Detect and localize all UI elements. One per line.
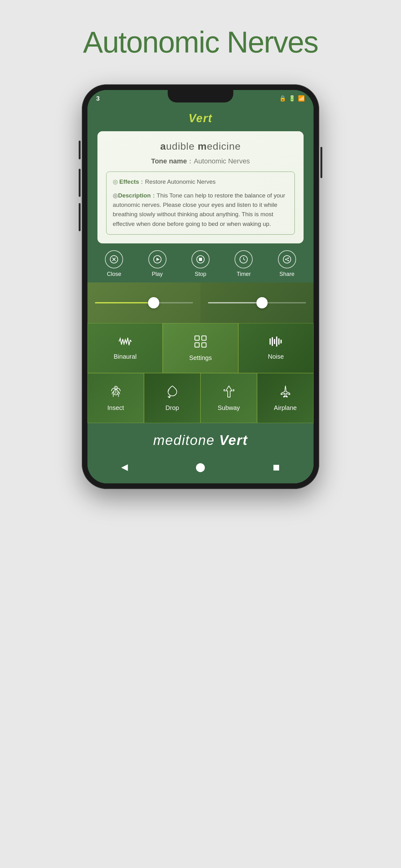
play-icon	[148, 250, 166, 269]
binaural-button[interactable]: Binaural	[88, 323, 163, 373]
svg-point-11	[285, 259, 287, 260]
brand-text: meditone Vert	[88, 432, 313, 448]
binaural-icon	[119, 336, 132, 350]
effects-label: Effects	[119, 178, 139, 185]
side-button-right	[321, 147, 322, 178]
svg-rect-16	[195, 336, 199, 340]
stop-label: Stop	[195, 271, 206, 277]
settings-button[interactable]: Settings	[163, 323, 238, 373]
ambient-grid: Insect Drop	[88, 373, 313, 423]
svg-rect-21	[272, 337, 273, 346]
share-label: Share	[279, 271, 295, 277]
slider-track-right[interactable]	[208, 302, 306, 303]
controls-bar: Close Play	[88, 243, 313, 282]
app-header: Vert	[88, 107, 313, 131]
stop-button[interactable]: Stop	[192, 250, 209, 277]
svg-rect-20	[269, 338, 271, 345]
brand-vert: Vert	[219, 432, 248, 448]
phone-frame: 3 🔒 🔋 📶 Vert audible medicine Tone name：…	[82, 84, 319, 489]
svg-line-15	[287, 260, 288, 260]
effects-row: ◎Effects：Restore Autonomic Nerves	[113, 178, 288, 187]
timer-icon	[235, 250, 253, 269]
tone-name-value: Autonomic Nerves	[194, 157, 250, 165]
slider-thumb-right[interactable]	[257, 297, 268, 308]
subway-button[interactable]: Subway	[201, 373, 257, 423]
tone-name-label: Tone name	[151, 157, 187, 165]
card-app-subtitle: audible medicine	[106, 141, 295, 152]
play-button[interactable]: Play	[148, 250, 166, 277]
svg-rect-18	[195, 343, 199, 347]
svg-rect-19	[202, 343, 206, 347]
svg-point-26	[114, 386, 118, 389]
bottom-brand: meditone Vert	[88, 423, 313, 454]
drop-button[interactable]: Drop	[144, 373, 201, 423]
title-plain: Autonomic	[83, 25, 219, 59]
slider-thumb-left[interactable]	[148, 297, 159, 308]
subway-icon	[222, 384, 236, 401]
svg-line-14	[287, 258, 288, 259]
status-time: 3	[96, 95, 100, 102]
lock-icon: 🔒	[279, 95, 286, 102]
noise-icon	[269, 336, 282, 350]
side-button-left-3	[79, 203, 80, 231]
insect-label: Insect	[107, 404, 124, 411]
close-icon	[105, 250, 123, 269]
noise-label: Noise	[268, 353, 284, 360]
close-button[interactable]: Close	[105, 250, 123, 277]
phone-screen: 3 🔒 🔋 📶 Vert audible medicine Tone name：…	[88, 90, 313, 484]
slider-fill-left	[95, 302, 154, 303]
notch	[168, 90, 233, 102]
settings-icon	[194, 335, 207, 351]
settings-label: Settings	[189, 354, 212, 362]
play-label: Play	[152, 271, 163, 277]
timer-button[interactable]: Timer	[235, 250, 253, 277]
svg-rect-24	[278, 338, 279, 345]
svg-rect-22	[274, 339, 275, 344]
content-card: audible medicine Tone name：Autonomic Ner…	[97, 131, 304, 243]
slider-fill-right	[208, 302, 262, 303]
description-row: ◎Description：This Tone can help to resto…	[113, 191, 288, 229]
sound-grid: Binaural Settings	[88, 323, 313, 373]
drop-icon	[166, 384, 179, 401]
status-icons: 🔒 🔋 📶	[279, 95, 305, 102]
airplane-button[interactable]: Airplane	[257, 373, 313, 423]
svg-rect-25	[280, 340, 282, 343]
noise-button[interactable]: Noise	[238, 323, 313, 373]
insect-icon	[109, 384, 123, 401]
svg-rect-17	[202, 336, 206, 340]
close-label: Close	[107, 271, 121, 277]
svg-point-10	[283, 256, 291, 263]
share-icon	[278, 250, 296, 269]
title-accent: Nerves	[227, 25, 318, 59]
sliders-section	[88, 282, 313, 323]
airplane-label: Airplane	[274, 404, 297, 411]
drop-label: Drop	[166, 404, 179, 411]
nav-recent-button[interactable]: ◼	[260, 459, 292, 475]
battery-icon: 🔋	[289, 95, 295, 102]
status-bar: 3 🔒 🔋 📶	[88, 90, 313, 107]
slider-right	[201, 282, 313, 323]
svg-rect-23	[276, 337, 277, 346]
insect-button[interactable]: Insect	[88, 373, 144, 423]
side-button-left-1	[79, 141, 80, 159]
tone-name-row: Tone name：Autonomic Nerves	[106, 157, 295, 166]
slider-left	[88, 282, 201, 323]
svg-marker-4	[157, 258, 160, 261]
effects-value: Restore Autonomic Nerves	[145, 178, 215, 185]
svg-point-13	[288, 260, 289, 261]
svg-point-27	[114, 389, 118, 395]
nav-home-button[interactable]: ⬤	[183, 459, 218, 475]
timer-label: Timer	[237, 271, 251, 277]
svg-rect-6	[199, 258, 202, 261]
binaural-label: Binaural	[114, 353, 136, 360]
slider-track-left[interactable]	[95, 302, 193, 303]
app-name: Vert	[88, 112, 313, 125]
signal-icon: 📶	[298, 95, 305, 102]
nav-back-button[interactable]: ◀	[109, 459, 140, 475]
side-button-left-2	[79, 169, 80, 197]
share-button[interactable]: Share	[278, 250, 296, 277]
nav-bar: ◀ ⬤ ◼	[88, 454, 313, 484]
subway-label: Subway	[218, 404, 240, 411]
svg-point-12	[288, 257, 289, 259]
page-title: Autonomic Nerves	[83, 25, 318, 59]
